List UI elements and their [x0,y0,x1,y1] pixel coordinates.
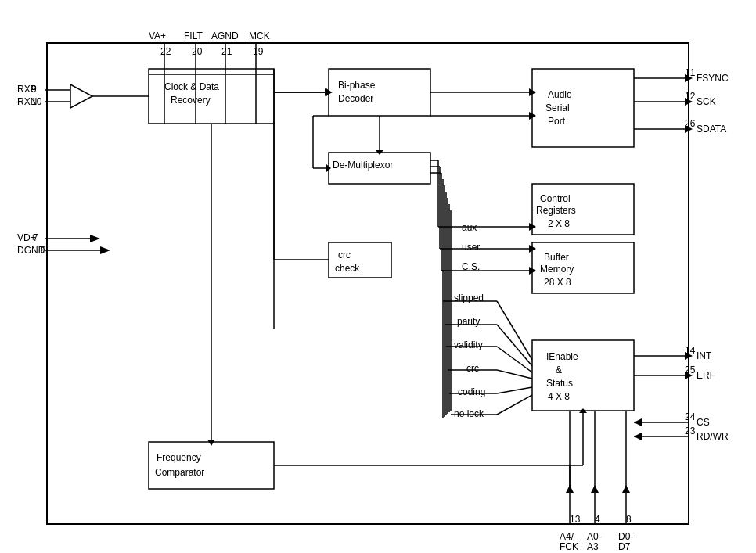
cs-num: 24 [685,411,696,422]
a0a3-num: 4 [595,514,600,525]
sck-label: SCK [697,96,716,107]
ienable-label-line3: Status [546,378,573,389]
pin19-label: 19 [253,46,264,57]
dgnd-num: 8 [41,245,46,256]
erf-label: ERF [697,370,715,381]
rxp-num: 9 [31,84,37,95]
svg-line-78 [497,370,532,379]
d0d7-label: D0- [618,531,633,542]
int-num: 14 [685,345,696,356]
agnd-label: AGND [211,31,239,41]
buf-label-line2: Memory [540,264,574,275]
svg-marker-12 [90,235,100,242]
rdwr-label: RD/WR [697,431,729,442]
svg-marker-8 [70,84,92,108]
filt-label: FILT [184,31,203,41]
slipped-label: slipped [454,293,484,303]
a0a3-label2: A3 [587,541,599,552]
crc-label-line2: check [335,263,360,274]
fsync-num: 11 [685,67,696,78]
d0d7-num: 8 [626,514,632,525]
cdr-label-line1: Clock & Data [164,81,219,92]
buf-label-line3: 28 X 8 [544,277,571,288]
int-label: INT [697,350,712,361]
parity-label: parity [457,316,480,327]
demux-label-line1: De-Multiplexor [333,160,393,171]
svg-marker-40 [634,433,642,440]
sdata-label: SDATA [697,124,726,135]
svg-rect-5 [149,69,274,124]
svg-line-79 [497,387,532,393]
sck-num: 12 [685,91,696,102]
nolock-label: no lock [454,408,484,419]
sdata-num: 26 [685,118,696,129]
d0d7-label2: D7 [618,541,631,552]
buf-label-line1: Buffer [544,252,569,263]
svg-rect-15 [329,69,430,116]
fsync-label: FSYNC [697,73,729,84]
coding-label: coding [458,386,485,397]
pin20-label: 20 [192,46,203,57]
aux-label: aux [462,222,477,233]
validity-label: validity [454,339,483,350]
a4fck-num: 13 [570,514,581,525]
rxn-num: 10 [31,96,42,107]
crc-sig-label: crc [466,363,479,374]
audio-label-line2: Serial [545,102,570,113]
diagram-container: VA+ FILT AGND MCK 22 20 21 19 Clock & Da… [0,0,756,553]
ienable-label-line4: 4 X 8 [548,391,570,402]
audio-label-line1: Audio [548,89,572,100]
svg-marker-38 [634,418,642,426]
svg-marker-14 [100,246,110,254]
biphase-label-line2: Decoder [338,93,373,104]
user-label: user [462,242,480,253]
svg-marker-84 [207,440,215,446]
a0a3-label: A0- [587,531,602,542]
freq-label-line2: Comparator [155,467,204,478]
cdr-label-line2: Recovery [171,95,211,106]
a4fck-label: A4/ [560,531,574,542]
freq-label-line1: Frequency [157,452,201,463]
svg-rect-26 [149,442,274,489]
audio-label-line3: Port [548,116,566,127]
pin21-label: 21 [221,46,232,57]
crc-label-line1: crc [338,250,351,260]
va-plus-label: VA+ [149,31,166,41]
ctrl-label-line3: 2 X 8 [548,218,570,229]
erf-num: 25 [685,364,696,375]
a4fck-label2: FCK [560,541,578,552]
ctrl-label-line1: Control [540,193,571,204]
mck-label: MCK [249,31,270,41]
rdwr-num: 23 [685,426,696,436]
pin22-label: 22 [160,46,171,57]
vd-num: 7 [33,232,38,243]
biphase-label-line1: Bi-phase [338,80,376,91]
svg-line-80 [497,395,532,415]
ctrl-label-line2: Registers [536,205,576,216]
ienable-label-line1: IEnable [546,351,578,362]
cs-label: CS [697,417,710,428]
ienable-label-line2: & [556,364,562,375]
